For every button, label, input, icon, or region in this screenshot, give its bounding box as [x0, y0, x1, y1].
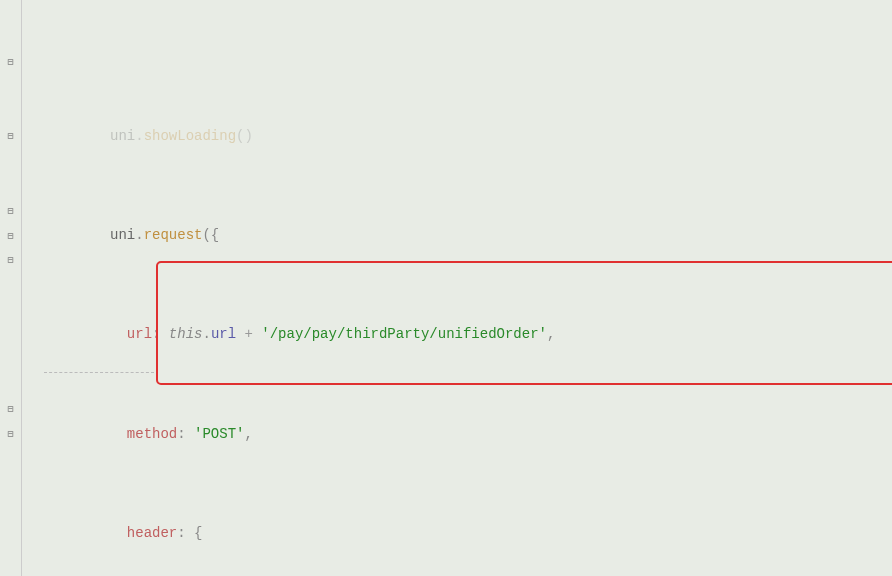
indent-guide	[44, 372, 154, 373]
fold-marker[interactable]	[0, 25, 21, 50]
fold-marker[interactable]	[0, 347, 21, 372]
fold-marker[interactable]	[0, 298, 21, 323]
fold-marker[interactable]	[0, 273, 21, 298]
fold-marker[interactable]: ⊟	[0, 397, 21, 422]
code-line[interactable]: uni.request({	[26, 223, 892, 248]
fold-marker[interactable]	[0, 322, 21, 347]
fold-gutter: ⊟ ⊟ ⊟ ⊟ ⊟ ⊟ ⊟	[0, 0, 22, 576]
code-line[interactable]: uni.showLoading()	[26, 124, 892, 149]
fold-marker[interactable]	[0, 546, 21, 571]
fold-marker[interactable]	[0, 521, 21, 546]
code-line[interactable]: header: {	[26, 521, 892, 546]
fold-marker[interactable]	[0, 0, 21, 25]
fold-marker[interactable]	[0, 471, 21, 496]
fold-marker[interactable]	[0, 174, 21, 199]
fold-marker[interactable]: ⊟	[0, 422, 21, 447]
fold-marker[interactable]	[0, 372, 21, 397]
fold-marker[interactable]: ⊟	[0, 50, 21, 75]
fold-marker[interactable]	[0, 496, 21, 521]
fold-marker[interactable]: ⊟	[0, 223, 21, 248]
fold-marker[interactable]	[0, 149, 21, 174]
fold-marker[interactable]: ⊟	[0, 124, 21, 149]
fold-marker[interactable]: ⊟	[0, 248, 21, 273]
fold-marker[interactable]: ⊟	[0, 198, 21, 223]
fold-marker[interactable]	[0, 570, 21, 576]
code-line[interactable]: url: this.url + '/pay/pay/thirdParty/uni…	[26, 322, 892, 347]
code-editor[interactable]: ⊟ ⊟ ⊟ ⊟ ⊟ ⊟ ⊟ uni.showLoading() uni.requ…	[0, 0, 892, 576]
code-content[interactable]: uni.showLoading() uni.request({ url: thi…	[22, 0, 892, 576]
code-line[interactable]: method: 'POST',	[26, 422, 892, 447]
fold-marker[interactable]	[0, 74, 21, 99]
fold-marker[interactable]	[0, 99, 21, 124]
fold-marker[interactable]	[0, 446, 21, 471]
